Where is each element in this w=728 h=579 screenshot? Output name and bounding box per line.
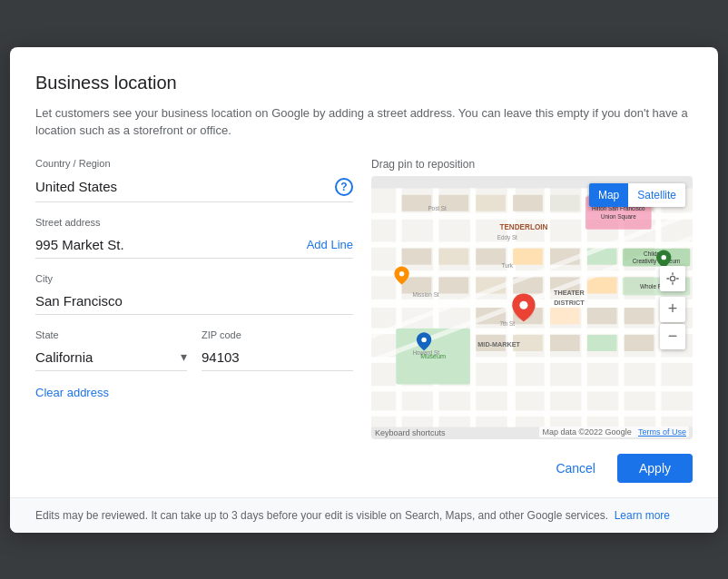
modal-footer: Cancel Apply Edits may be reviewed. It c… bbox=[35, 439, 693, 533]
country-label: Country / Region bbox=[35, 158, 353, 169]
svg-rect-50 bbox=[625, 334, 654, 350]
svg-rect-43 bbox=[550, 308, 580, 324]
chevron-down-icon: ▾ bbox=[181, 349, 187, 364]
svg-point-75 bbox=[421, 337, 426, 341]
svg-point-73 bbox=[399, 271, 404, 276]
map-attribution: Map data ©2022 Google Terms of Use bbox=[539, 427, 689, 437]
street-label: Street address bbox=[35, 217, 353, 228]
svg-text:TENDERLOIN: TENDERLOIN bbox=[499, 222, 547, 231]
state-zip-row: State California New York Texas ▾ ZIP co… bbox=[35, 329, 353, 371]
svg-rect-44 bbox=[587, 308, 617, 324]
street-row: Add Line bbox=[35, 231, 353, 259]
svg-rect-9 bbox=[371, 410, 693, 416]
business-location-modal: Business location Let customers see your… bbox=[10, 47, 718, 533]
svg-rect-22 bbox=[476, 194, 506, 211]
svg-rect-20 bbox=[402, 194, 432, 211]
svg-rect-12 bbox=[470, 188, 476, 427]
country-row: ? bbox=[35, 172, 353, 202]
svg-rect-35 bbox=[438, 277, 468, 293]
svg-point-76 bbox=[670, 276, 674, 280]
city-field-group: City bbox=[35, 273, 353, 315]
svg-rect-11 bbox=[433, 188, 438, 427]
state-select[interactable]: California New York Texas bbox=[35, 349, 181, 365]
country-input[interactable] bbox=[35, 179, 335, 194]
map-controls: + − bbox=[660, 266, 685, 349]
zip-group: ZIP code bbox=[202, 329, 353, 371]
svg-rect-28 bbox=[438, 248, 468, 264]
zip-input[interactable] bbox=[202, 344, 353, 371]
modal-body: Country / Region ? Street address Add Li… bbox=[35, 158, 693, 439]
help-icon[interactable]: ? bbox=[335, 178, 353, 196]
form-section: Country / Region ? Street address Add Li… bbox=[35, 158, 353, 439]
state-label: State bbox=[35, 329, 187, 340]
svg-text:MID-MARKET: MID-MARKET bbox=[477, 339, 520, 348]
street-field-group: Street address Add Line bbox=[35, 217, 353, 259]
svg-rect-24 bbox=[550, 194, 580, 211]
state-group: State California New York Texas ▾ bbox=[35, 329, 187, 371]
svg-rect-48 bbox=[550, 334, 580, 350]
svg-text:THEATER: THEATER bbox=[554, 289, 585, 297]
svg-rect-49 bbox=[587, 334, 617, 350]
svg-rect-30 bbox=[513, 248, 543, 264]
map-keyboard-shortcuts: Keyboard shortcuts bbox=[375, 428, 446, 437]
notice-text: Edits may be reviewed. It can take up to… bbox=[35, 509, 608, 522]
footer-actions: Cancel Apply bbox=[35, 454, 693, 497]
locate-button[interactable] bbox=[660, 266, 685, 291]
terms-link[interactable]: Terms of Use bbox=[638, 427, 686, 437]
modal-description: Let customers see your business location… bbox=[35, 104, 693, 140]
svg-text:Howard St: Howard St bbox=[412, 348, 439, 355]
map-container[interactable]: Museum bbox=[371, 176, 693, 439]
svg-rect-45 bbox=[625, 308, 654, 324]
svg-rect-27 bbox=[402, 248, 432, 264]
svg-rect-10 bbox=[396, 188, 401, 427]
map-type-buttons: Map Satellite bbox=[589, 183, 685, 207]
footer-notice: Edits may be reviewed. It can take up to… bbox=[10, 497, 718, 533]
svg-text:DISTRICT: DISTRICT bbox=[554, 299, 585, 307]
svg-text:Union Square: Union Square bbox=[601, 212, 636, 220]
map-tab-satellite[interactable]: Satellite bbox=[628, 183, 685, 207]
svg-rect-23 bbox=[513, 194, 543, 211]
svg-point-72 bbox=[519, 300, 527, 309]
svg-text:Creativity Museum: Creativity Museum bbox=[633, 257, 681, 264]
city-input[interactable] bbox=[35, 288, 353, 315]
zip-label: ZIP code bbox=[202, 329, 353, 340]
cancel-button[interactable]: Cancel bbox=[541, 454, 610, 483]
svg-text:7th St: 7th St bbox=[499, 319, 515, 326]
learn-more-link[interactable]: Learn more bbox=[615, 509, 670, 522]
svg-rect-3 bbox=[371, 241, 693, 247]
svg-rect-8 bbox=[371, 386, 693, 391]
map-drag-label: Drag pin to reposition bbox=[371, 158, 693, 171]
modal-overlay: Business location Let customers see your… bbox=[0, 0, 728, 579]
apply-button[interactable]: Apply bbox=[617, 454, 693, 483]
svg-text:Turk: Turk bbox=[502, 262, 514, 269]
svg-text:Mission St: Mission St bbox=[412, 291, 438, 298]
svg-rect-39 bbox=[587, 277, 617, 293]
city-label: City bbox=[35, 273, 353, 284]
modal-title: Business location bbox=[35, 73, 693, 93]
map-section: Drag pin to reposition bbox=[371, 158, 693, 439]
svg-text:Post St: Post St bbox=[428, 204, 447, 211]
zoom-out-button[interactable]: − bbox=[660, 324, 685, 349]
map-tab-map[interactable]: Map bbox=[589, 183, 628, 207]
svg-point-74 bbox=[662, 254, 666, 259]
clear-address-button[interactable]: Clear address bbox=[35, 386, 353, 399]
add-line-button[interactable]: Add Line bbox=[307, 238, 353, 251]
zoom-in-button[interactable]: + bbox=[660, 297, 685, 322]
svg-text:Eddy St: Eddy St bbox=[497, 233, 517, 240]
street-input[interactable] bbox=[35, 237, 300, 252]
state-select-row: California New York Texas ▾ bbox=[35, 344, 187, 371]
country-field-group: Country / Region ? bbox=[35, 158, 353, 202]
